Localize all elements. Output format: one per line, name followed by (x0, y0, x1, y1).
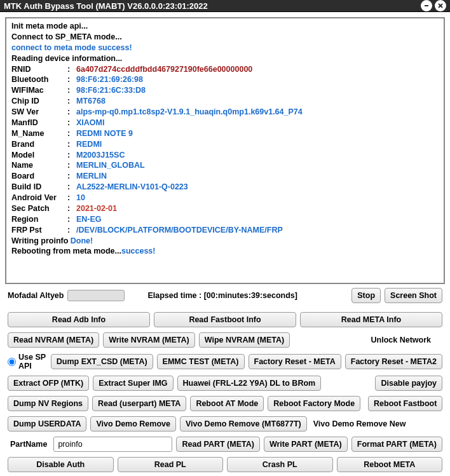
status-row: Mofadal Altyeb Elapsed time : [00:minute… (5, 287, 445, 308)
app-window: MTK Auth Bypass Tool (MABT) V26.0.0.0:23… (0, 0, 450, 476)
vivo-demo-remove-button[interactable]: Vivo Demo Remove (90, 416, 175, 432)
reboot-fastboot-button[interactable]: Reboot Fastboot (368, 396, 442, 411)
button-row-1: Read Adb Info Read Fastboot Info Read ME… (5, 311, 445, 329)
write-nvram-button[interactable]: Write NVRAM (META) (103, 332, 195, 348)
dump-nv-regions-button[interactable]: Dump NV Regions (8, 396, 88, 411)
disable-auth-button[interactable]: Disable Auth (8, 457, 114, 472)
crash-pl-button[interactable]: Crash PL (227, 457, 333, 472)
content-area: Init meta mode api... Connect to SP_META… (0, 12, 450, 476)
log-line: Init meta mode api... (11, 21, 439, 32)
device-info-row: M_Name:REDMI NOTE 9 (11, 128, 439, 139)
extract-super-img-button[interactable]: Extract Super IMG (93, 376, 173, 391)
minimize-button[interactable] (421, 0, 432, 11)
read-fastboot-info-button[interactable]: Read Fastboot Info (154, 312, 296, 327)
use-sp-api-radio-input[interactable] (8, 358, 16, 366)
vivo-demo-remove-mt6877t-button[interactable]: Vivo Demo Remove (MT6877T) (180, 416, 307, 432)
device-info-row: Name:MERLIN_GLOBAL (11, 160, 439, 171)
partname-input[interactable] (53, 437, 172, 452)
titlebar: MTK Auth Bypass Tool (MABT) V26.0.0.0:23… (0, 0, 450, 12)
format-part-button[interactable]: Format PART (META) (351, 437, 442, 452)
button-row-4: Extract OFP (MTK) Extract Super IMG Huaw… (5, 374, 445, 392)
window-controls (421, 0, 446, 11)
log-line: Reading device information... (11, 53, 439, 64)
device-info-row: Bluetooth:98:F6:21:69:26:98 (11, 74, 439, 85)
button-row-8: Disable Auth Read PL Crash PL Reboot MET… (5, 456, 445, 473)
device-info-row: WIFIMac:98:F6:21:6C:33:D8 (11, 85, 439, 96)
device-info-row: RNID:6a407d274ccdddfbdd467927190fe66e000… (11, 64, 439, 75)
device-info-row: SW Ver:alps-mp-q0.mp1.tc8sp2-V1.9.1_huaq… (11, 107, 439, 118)
partname-row: PartName Read PART (META) Write PART (ME… (5, 435, 445, 453)
device-info-row: Region:EN-EG (11, 214, 439, 225)
elapsed-time-label: Elapsed time : [00:minutes:39:seconds] (147, 291, 297, 300)
factory-reset-meta2-button[interactable]: Factory Reset - META2 (345, 354, 442, 369)
device-info-row: Build ID:AL2522-MERLIN-V101-Q-0223 (11, 182, 439, 193)
device-info-row: FRP Pst:/DEV/BLOCK/PLATFORM/BOOTDEVICE/B… (11, 225, 439, 236)
button-row-6: Dump USERDATA Vivo Demo Remove Vivo Demo… (5, 415, 445, 433)
reboot-meta-button[interactable]: Reboot META (337, 457, 443, 472)
use-sp-api-radio[interactable]: Use SP API (8, 353, 47, 371)
dump-extcsd-button[interactable]: Dump EXT_CSD (META) (51, 354, 153, 369)
read-userpart-button[interactable]: Read (userpart) META (92, 396, 186, 411)
disable-payjoy-button[interactable]: Disable payjoy (375, 376, 442, 391)
read-pl-button[interactable]: Read PL (118, 457, 224, 472)
write-part-button[interactable]: Write PART (META) (264, 437, 348, 452)
button-row-5: Dump NV Regions Read (userpart) META Reb… (5, 395, 445, 412)
device-info-row: ManfID:XIAOMI (11, 118, 439, 128)
huawei-dl-brom-button[interactable]: Huawei (FRL-L22 Y9A) DL to BRom (177, 376, 322, 391)
partname-label: PartName (8, 440, 50, 449)
reboot-at-mode-button[interactable]: Reboot AT Mode (190, 396, 264, 411)
progress-bar (67, 290, 125, 301)
reboot-factory-mode-button[interactable]: Reboot Factory Mode (268, 396, 360, 411)
close-button[interactable] (435, 0, 446, 11)
button-row-2: Read NVRAM (META) Write NVRAM (META) Wip… (5, 331, 445, 349)
read-nvram-button[interactable]: Read NVRAM (META) (8, 332, 99, 348)
vivo-demo-remove-new-label: Vivo Demo Remove New (311, 419, 409, 428)
log-line: Writing proinfo Done! (11, 236, 439, 247)
screenshot-button[interactable]: Screen Shot (385, 288, 442, 303)
extract-ofp-button[interactable]: Extract OFP (MTK) (8, 376, 89, 391)
device-info-row: Model:M2003J15SC (11, 150, 439, 161)
button-row-3: Use SP API Dump EXT_CSD (META) EMMC TEST… (5, 351, 445, 372)
read-adb-info-button[interactable]: Read Adb Info (8, 312, 150, 327)
read-part-button[interactable]: Read PART (META) (176, 437, 259, 452)
log-line: connect to meta mode success! (11, 43, 439, 53)
device-info-row: Brand:REDMI (11, 139, 439, 150)
emmc-test-button[interactable]: EMMC TEST (META) (157, 354, 245, 369)
device-info-row: Chip ID:MT6768 (11, 96, 439, 107)
log-panel[interactable]: Init meta mode api... Connect to SP_META… (5, 17, 445, 284)
unlock-network-label: Unlock Network (369, 336, 442, 344)
app-title: MTK Auth Bypass Tool (MABT) V26.0.0.0:23… (4, 1, 208, 11)
dump-userdata-button[interactable]: Dump USERDATA (8, 416, 86, 432)
device-info-row: Sec Patch:2021-02-01 (11, 203, 439, 214)
read-meta-info-button[interactable]: Read META Info (300, 312, 442, 327)
wipe-nvram-button[interactable]: Wipe NVRAM (META) (199, 332, 290, 348)
factory-reset-meta-button[interactable]: Factory Reset - META (249, 354, 341, 369)
author-label: Mofadal Altyeb (8, 291, 64, 300)
device-info-row: Board:MERLIN (11, 171, 439, 182)
stop-button[interactable]: Stop (351, 288, 381, 303)
log-line: Connect to SP_META mode... (11, 32, 439, 43)
log-line: Rebooting from meta mode...success! (11, 246, 439, 257)
device-info-row: Android Ver:10 (11, 193, 439, 203)
